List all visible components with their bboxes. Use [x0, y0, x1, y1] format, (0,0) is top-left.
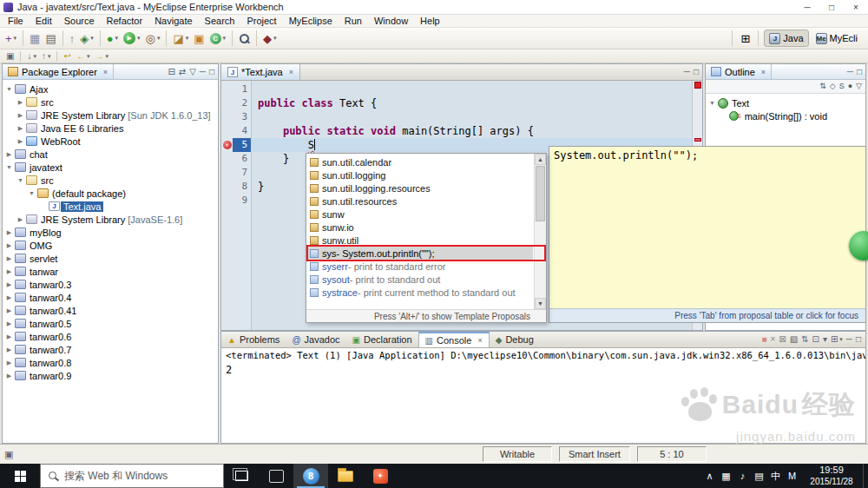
close-view-icon[interactable]: ×: [761, 68, 766, 76]
link-with-editor-icon[interactable]: ⇄: [177, 65, 187, 79]
last-edit-location-icon[interactable]: ↩: [61, 50, 73, 63]
forward-icon[interactable]: →▾: [92, 50, 111, 63]
run-icon[interactable]: ▶▾: [121, 30, 143, 48]
completion-item-sun-util-logging-resources[interactable]: sun.util.logging.resources: [307, 181, 533, 195]
tree-item-src[interactable]: ▶src: [3, 96, 218, 109]
tree-expand-icon[interactable]: ▶: [16, 216, 25, 223]
tree-item-webroot[interactable]: ▶WebRoot: [3, 135, 218, 148]
taskbar-app-red[interactable]: ✦: [363, 464, 398, 488]
completion-item-sysout[interactable]: sysout - print to standard out: [307, 273, 533, 286]
maximize-view-icon[interactable]: □: [855, 65, 864, 79]
tab-declaration[interactable]: ▣Declaration: [346, 332, 418, 347]
new-package-icon[interactable]: ▣: [191, 30, 207, 48]
tree-expand-icon[interactable]: ▶: [4, 242, 14, 249]
tree-item-tanwar0-8[interactable]: ▶tanwar0.8: [3, 356, 218, 369]
task-list-icon[interactable]: ▤: [751, 471, 767, 482]
menu-edit[interactable]: Edit: [30, 15, 58, 27]
menu-window[interactable]: Window: [368, 15, 414, 27]
hidden-icons-icon[interactable]: ∧: [701, 471, 718, 482]
close-view-icon[interactable]: ×: [103, 68, 108, 76]
sort-icon[interactable]: ⇅: [818, 81, 828, 93]
debug-icon[interactable]: ●▾: [104, 30, 121, 48]
menu-help[interactable]: Help: [414, 15, 446, 27]
menu-project[interactable]: Project: [240, 15, 282, 27]
taskbar-clock[interactable]: 19:59 2015/11/28: [800, 464, 863, 488]
coverage-icon[interactable]: ◆▾: [260, 30, 279, 48]
run-server-dropdown-icon[interactable]: ▾: [90, 35, 94, 42]
menu-run[interactable]: Run: [339, 15, 368, 27]
close-button[interactable]: ×: [844, 0, 868, 14]
taskbar-app-browser8[interactable]: 8: [293, 464, 328, 488]
java-editor-presentation-icon[interactable]: ▣: [3, 50, 16, 63]
scroll-lock-icon[interactable]: ⇅: [799, 333, 810, 346]
tree-expand-icon[interactable]: ▶: [4, 333, 14, 340]
outline-item-text[interactable]: ▼Text: [706, 96, 865, 109]
tree-item-servlet[interactable]: ▶servlet: [3, 252, 218, 265]
menu-file[interactable]: File: [2, 15, 30, 27]
deploy-icon[interactable]: ↑: [67, 30, 78, 48]
minimize-view-icon[interactable]: ─: [198, 65, 207, 79]
menu-navigate[interactable]: Navigate: [148, 15, 198, 27]
close-tab-icon[interactable]: ×: [477, 336, 482, 345]
view-menu-icon[interactable]: ▽: [854, 81, 864, 93]
outline-collapse-icon[interactable]: ▼: [707, 100, 717, 106]
forward-dropdown-icon[interactable]: ▾: [105, 53, 108, 60]
tree-item-chat[interactable]: ▶chat: [3, 148, 218, 161]
tree-expand-icon[interactable]: ▶: [4, 229, 14, 236]
perspective-myecli[interactable]: MeMyEcli: [811, 30, 863, 47]
fast-view-icon[interactable]: ▣: [4, 449, 13, 460]
tree-expand-icon[interactable]: ▶: [16, 99, 25, 106]
tree-item-tanwar0-6[interactable]: ▶tanwar0.6: [3, 330, 218, 343]
console-output[interactable]: <terminated> Text (1) [Java Application]…: [221, 348, 865, 443]
package-explorer-tab[interactable]: Package Explorer ×: [3, 64, 114, 79]
external-tools-icon[interactable]: ◎▾: [143, 30, 163, 48]
tree-expand-icon[interactable]: ▶: [4, 294, 14, 301]
tab-javadoc[interactable]: @Javadoc: [286, 332, 345, 347]
view-menu-icon[interactable]: ▽: [187, 65, 198, 79]
tree-item-src[interactable]: ▼src: [3, 174, 218, 187]
completion-item-sunw-io[interactable]: sunw.io: [307, 221, 533, 234]
tree-expand-icon[interactable]: ▶: [4, 373, 14, 379]
editor-tab-textjava[interactable]: J *Text.java ×: [221, 64, 300, 80]
tree-expand-icon[interactable]: ▶: [4, 268, 14, 275]
tree-expand-icon[interactable]: ▶: [16, 138, 25, 145]
tree-expand-icon[interactable]: ▶: [4, 320, 14, 327]
tree-item-omg[interactable]: ▶OMG: [3, 239, 218, 252]
next-annotation-dropdown-icon[interactable]: ▾: [33, 53, 36, 60]
remove-launch-icon[interactable]: ×: [768, 333, 777, 346]
open-console-icon[interactable]: ⊞▾: [829, 333, 845, 346]
volume-icon[interactable]: ♪: [734, 471, 751, 481]
back-icon[interactable]: ←▾: [74, 50, 93, 63]
tree-item-jre-system-library[interactable]: ▶JRE System Library [Sun JDK 1.6.0_13]: [3, 109, 218, 122]
scroll-down-icon[interactable]: ▼: [535, 298, 546, 309]
search-icon[interactable]: [236, 30, 253, 48]
coverage-dropdown-icon[interactable]: ▾: [273, 35, 277, 42]
tree-item-javatext[interactable]: ▼javatext: [3, 161, 218, 174]
previous-annotation-dropdown-icon[interactable]: ▾: [48, 53, 51, 60]
next-annotation-icon[interactable]: ↓▾: [24, 50, 39, 63]
minimize-view-icon[interactable]: ─: [845, 333, 854, 346]
tree-item-jre-system-library[interactable]: ▶JRE System Library [JavaSE-1.6]: [3, 213, 218, 226]
m-tray-icon[interactable]: M: [784, 471, 800, 481]
tree-collapse-icon[interactable]: ▼: [4, 86, 14, 92]
completion-scrollbar[interactable]: ▲ ▼: [534, 154, 546, 309]
taskbar-app-explorer[interactable]: [328, 464, 363, 488]
taskbar-search[interactable]: 搜索 Web 和 Windows: [40, 464, 224, 488]
tree-collapse-icon[interactable]: ▼: [16, 177, 25, 183]
maximize-view-icon[interactable]: □: [207, 65, 216, 79]
start-button[interactable]: [0, 464, 40, 488]
tree-item-myblog[interactable]: ▶myBlog: [3, 226, 218, 239]
save-icon[interactable]: ▦: [27, 30, 43, 48]
tree-expand-icon[interactable]: ▶: [4, 359, 14, 366]
completion-item-syserr[interactable]: syserr - print to standard error: [307, 260, 533, 273]
minimize-button[interactable]: ─: [795, 0, 819, 14]
previous-annotation-icon[interactable]: ↑▾: [39, 50, 54, 63]
tree-item-tanwar0-5[interactable]: ▶tanwar0.5: [3, 317, 218, 330]
tree-expand-icon[interactable]: ▶: [4, 281, 14, 288]
completion-item-sun-util-resources[interactable]: sun.util.resources: [307, 195, 533, 208]
minimize-view-icon[interactable]: ─: [845, 65, 855, 79]
remove-all-launches-icon[interactable]: ⊠: [777, 333, 787, 346]
maximize-button[interactable]: □: [819, 0, 844, 14]
terminate-icon[interactable]: ■: [760, 333, 768, 346]
tree-item-tanwar0-7[interactable]: ▶tanwar0.7: [3, 343, 218, 356]
